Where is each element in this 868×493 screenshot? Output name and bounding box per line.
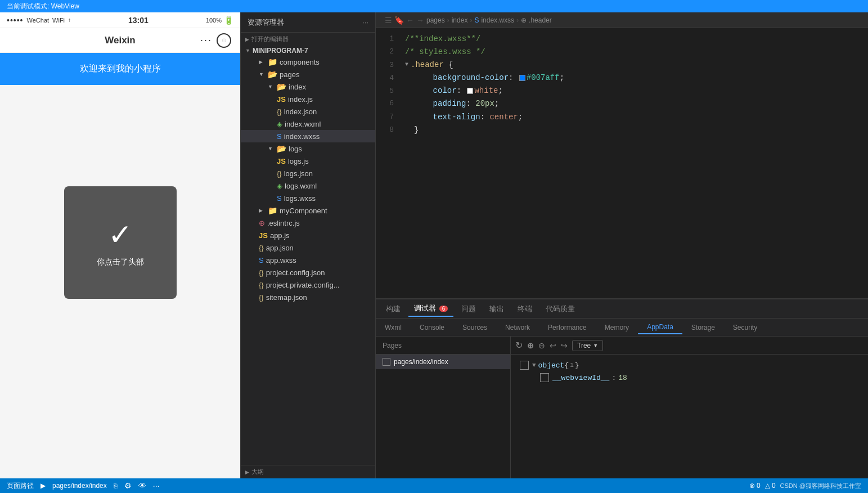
file-label: app.json (266, 244, 294, 252)
collapse-all-btn[interactable]: ⊖ (538, 341, 545, 350)
appdata-content: Pages pages/index/index (376, 337, 868, 478)
status-settings-icon[interactable]: ⚙ (124, 481, 132, 490)
file-item-appwxss[interactable]: S app.wxss (241, 254, 375, 266)
phone-more-btn[interactable]: ··· (200, 34, 212, 46)
file-label: project.config.json (266, 268, 325, 277)
file-label: index.json (284, 107, 317, 116)
nav-back[interactable]: ← (406, 16, 414, 25)
subtab-memory[interactable]: Memory (596, 321, 638, 334)
file-item-logs-json[interactable]: {} logs.json (241, 167, 375, 180)
status-more-icon[interactable]: ··· (153, 481, 160, 490)
tab-debugger[interactable]: 调试器 6 (408, 301, 453, 317)
miniprogram-section[interactable]: ▼ MINIPROGRAM-7 (241, 44, 375, 56)
nav-forward[interactable]: → (416, 16, 424, 25)
undo-btn[interactable]: ↩ (550, 341, 556, 350)
breadcrumb-wxss: S (474, 16, 479, 24)
file-panel-footer: ▶ 大纲 (241, 465, 375, 478)
code-line-5: 5 color: white; (376, 84, 868, 97)
file-icon-js: JS (259, 231, 268, 240)
file-item-appjson[interactable]: {} app.json (241, 241, 375, 254)
subtab-sources[interactable]: Sources (453, 321, 496, 334)
file-icon-json: {} (259, 244, 264, 252)
subtab-security[interactable]: Security (724, 321, 766, 334)
code-line-6: 6 padding: 20px; (376, 97, 868, 110)
prop-key: __webviewId__ (552, 374, 609, 382)
file-item-mycomponent[interactable]: ▶ 📁 myComponent (241, 204, 375, 217)
file-item-index-wxml[interactable]: ◈ index.wxml (241, 118, 375, 130)
tab-output[interactable]: 输出 (484, 302, 510, 316)
color-swatch-white[interactable] (467, 88, 473, 94)
file-item-projectprivate[interactable]: {} project.private.config... (241, 279, 375, 291)
tab-issues[interactable]: 问题 (456, 302, 482, 316)
file-item-logs-wxss[interactable]: S logs.wxss (241, 192, 375, 204)
pages-list: pages/index/index (376, 355, 510, 478)
phone-header-button[interactable]: 欢迎来到我的小程序 (0, 53, 240, 85)
status-path-label: 页面路径 (7, 481, 34, 491)
expand-icon[interactable]: ▼ (532, 362, 536, 369)
file-item-index-folder[interactable]: ▼ 📂 index (241, 80, 375, 93)
phone-content: ✓ 你点击了头部 (0, 85, 240, 478)
line-content: } (414, 124, 419, 137)
file-icon-js: JS (277, 95, 286, 104)
redo-btn[interactable]: ↪ (561, 341, 568, 350)
file-item-projectconfig[interactable]: {} project.config.json (241, 266, 375, 279)
data-tree: ▼ object { 1 } __webviewId__ : (511, 355, 868, 478)
debug-mode-label: 当前调试模式: WebView (7, 2, 79, 11)
file-item-index-js[interactable]: JS index.js (241, 93, 375, 105)
tab-terminal[interactable]: 终端 (512, 302, 538, 316)
breadcrumb-filename: index.wxss (481, 16, 514, 24)
status-path: pages/index/index (52, 482, 107, 490)
file-item-sitemap[interactable]: {} sitemap.json (241, 291, 375, 303)
file-label: pages (280, 70, 299, 79)
file-item-logs-wxml[interactable]: ◈ logs.wxml (241, 180, 375, 192)
code-line-8: 8 } (376, 124, 868, 137)
subtab-network[interactable]: Network (496, 321, 539, 334)
file-label: index.wxml (285, 120, 321, 128)
file-item-logs-folder[interactable]: ▼ 📂 logs (241, 142, 375, 155)
phone-camera-btn[interactable]: ⊙ (217, 33, 231, 48)
file-item-logs-js[interactable]: JS logs.js (241, 155, 375, 167)
file-label: app.js (270, 231, 290, 240)
open-editors-section[interactable]: ▶ 打开的编辑器 (241, 33, 375, 44)
subtab-performance[interactable]: Performance (539, 321, 596, 334)
phone-panel: ••••• WeChat WiFi ↑ 13:01 100% 🔋 Weixin … (0, 12, 241, 478)
file-label: logs (289, 145, 302, 153)
subtab-appdata[interactable]: AppData (638, 321, 682, 334)
subtab-storage[interactable]: Storage (682, 321, 724, 334)
devtools-panel: 构建 调试器 6 问题 输出 终端 (376, 298, 868, 478)
tree-dropdown[interactable]: Tree ▼ (572, 340, 603, 351)
debug-bar: 当前调试模式: WebView (0, 0, 868, 12)
file-icon-eslint: ⊕ (259, 219, 265, 227)
open-editors-arrow: ▶ (245, 37, 249, 42)
file-panel-menu[interactable]: ··· (362, 18, 368, 26)
tab-code-quality[interactable]: 代码质量 (540, 302, 581, 316)
data-tree-panel: ↻ ⊕ ⊖ ↩ ↪ Tree ▼ (511, 337, 868, 478)
file-item-index-wxss[interactable]: S index.wxss (241, 130, 375, 142)
page-item-index[interactable]: pages/index/index (376, 355, 510, 369)
subtab-console[interactable]: Console (411, 321, 453, 334)
code-editor[interactable]: 1 /**index.wxss**/ 2 /* styles.wxss */ 3… (376, 28, 868, 298)
collapse-arrow[interactable]: ▼ (405, 60, 408, 70)
file-item-pages[interactable]: ▼ 📂 pages (241, 68, 375, 80)
file-label: index.wxss (284, 132, 320, 141)
line-number: 4 (376, 72, 405, 84)
subtab-wxml[interactable]: Wxml (376, 321, 411, 334)
line-number: 1 (376, 33, 405, 46)
status-eye-icon[interactable]: 👁 (138, 481, 146, 490)
file-item-appjs[interactable]: JS app.js (241, 229, 375, 241)
line-content: .header { (411, 59, 453, 71)
expand-arrow: ▼ (268, 146, 277, 151)
status-errors: ⊗ 0 (749, 482, 761, 490)
color-swatch-blue[interactable] (519, 75, 525, 81)
file-item-components[interactable]: ▶ 📁 components (241, 56, 375, 68)
file-item-index-json[interactable]: {} index.json (241, 105, 375, 118)
breadcrumb-pages: pages (426, 16, 445, 24)
outline-arrow: ▶ (245, 469, 249, 475)
expand-all-btn[interactable]: ⊕ (527, 341, 534, 350)
tab-build[interactable]: 构建 (380, 302, 406, 316)
status-branding: CSDN @狐客网络科技工作室 (780, 482, 861, 490)
status-copy-icon[interactable]: ⎘ (114, 482, 118, 489)
file-item-eslintrc[interactable]: ⊕ .eslintrc.js (241, 217, 375, 229)
refresh-btn[interactable]: ↻ (515, 340, 523, 351)
file-icon-wxss: S (277, 194, 282, 203)
